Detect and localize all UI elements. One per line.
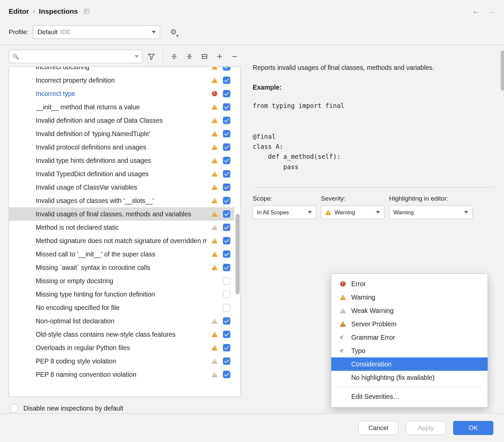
inspection-row[interactable]: Invalid type hints definitions and usage…: [9, 154, 234, 167]
inspection-row[interactable]: Invalid usage of ClassVar variables: [9, 181, 234, 194]
severity-option[interactable]: Error: [331, 277, 488, 291]
vertical-scrollbar[interactable]: [236, 67, 240, 397]
disable-new-inspections-checkbox[interactable]: [10, 404, 18, 412]
inspection-checkbox[interactable]: [223, 90, 230, 97]
warning-icon: [212, 131, 218, 136]
inspection-row[interactable]: Invalid TypedDict definition and usages: [9, 167, 234, 181]
breadcrumb-inspections[interactable]: Inspections: [39, 7, 78, 15]
warning-icon: [212, 265, 218, 270]
inspection-checkbox[interactable]: [223, 317, 230, 325]
inspection-row[interactable]: Invalid definition of 'typing.NamedTuple…: [9, 127, 234, 140]
apply-button[interactable]: Apply: [406, 421, 446, 435]
inspection-checkbox[interactable]: [223, 277, 230, 285]
example-label: Example:: [253, 82, 493, 93]
inspection-checkbox[interactable]: [223, 103, 230, 111]
severity-option[interactable]: Server Problem: [331, 317, 488, 331]
filter-button[interactable]: [146, 50, 157, 63]
inspection-row[interactable]: No encoding specified for file: [9, 301, 234, 314]
inspection-row[interactable]: __init__ method that returns a value: [9, 100, 234, 114]
dialog-footer: Cancel Apply OK: [0, 413, 504, 442]
profile-row: Profile: Default IDE ⚙: [0, 23, 504, 45]
severity-option-label: Server Problem: [351, 320, 396, 328]
right-scrollbar[interactable]: [501, 50, 504, 91]
inspection-checkbox[interactable]: [223, 371, 230, 378]
inspection-label: PEP 8 naming convention violation: [36, 371, 207, 378]
expand-all-button[interactable]: [168, 50, 180, 63]
reset-button[interactable]: [199, 50, 210, 63]
inspection-checkbox[interactable]: [223, 304, 230, 311]
profile-select[interactable]: Default IDE: [33, 25, 160, 39]
highlighting-dropdown[interactable]: Warning: [389, 206, 473, 219]
separator: [253, 187, 493, 188]
inspection-checkbox[interactable]: [223, 250, 230, 258]
severity-popup[interactable]: ErrorWarningWeak WarningServer ProblemGr…: [331, 273, 488, 408]
inspection-row[interactable]: Missing or empty docstring: [9, 274, 234, 288]
inspection-row[interactable]: Method signature does not match signatur…: [9, 234, 234, 247]
inspection-row[interactable]: Incorrect docstring: [9, 67, 234, 74]
grammar-icon: [340, 335, 346, 340]
warning-icon: [212, 78, 218, 83]
gear-icon[interactable]: ⚙: [170, 28, 177, 36]
nav-back-icon[interactable]: ←: [472, 7, 480, 17]
inspection-checkbox[interactable]: [223, 170, 230, 178]
inspection-checkbox[interactable]: [223, 77, 230, 84]
options-row: Scope: In All Scopes Severity: Warning H…: [253, 195, 493, 219]
inspection-label: Incorrect docstring: [36, 67, 207, 71]
edit-severities[interactable]: Edit Severities…: [331, 390, 488, 403]
inspection-checkbox[interactable]: [223, 344, 230, 351]
severity-option[interactable]: Consideration: [331, 357, 488, 371]
inspection-checkbox[interactable]: [223, 237, 230, 244]
inspection-row[interactable]: Incorrect type: [9, 87, 234, 100]
inspection-checkbox[interactable]: [223, 291, 230, 298]
inspection-row[interactable]: Old-style class contains new-style class…: [9, 328, 234, 341]
inspection-checkbox[interactable]: [223, 264, 230, 271]
inspection-checkbox[interactable]: [223, 130, 230, 137]
inspection-row[interactable]: Invalid usages of classes with '__slots_…: [9, 194, 234, 207]
inspection-row[interactable]: Invalid definition and usage of Data Cla…: [9, 114, 234, 127]
severity-option[interactable]: Typo: [331, 344, 488, 357]
inspection-row[interactable]: Non-optimal list declaration: [9, 314, 234, 328]
cancel-button[interactable]: Cancel: [358, 421, 398, 435]
inspection-checkbox[interactable]: [223, 357, 230, 365]
inspection-row[interactable]: Overloads in regular Python files: [9, 341, 234, 354]
add-button[interactable]: [214, 50, 226, 63]
inspection-row[interactable]: Incorrect property definition: [9, 74, 234, 87]
inspection-checkbox[interactable]: [223, 210, 230, 218]
collapse-all-button[interactable]: [183, 50, 195, 63]
inspection-label: Incorrect property definition: [36, 77, 207, 84]
inspection-list[interactable]: Incorrect docstringIncorrect property de…: [9, 67, 241, 397]
ok-button[interactable]: OK: [453, 421, 493, 435]
inspection-checkbox[interactable]: [223, 197, 230, 204]
remove-button[interactable]: [229, 50, 241, 63]
scrollbar-thumb[interactable]: [236, 214, 240, 294]
scope-dropdown[interactable]: In All Scopes: [253, 206, 316, 219]
inspection-checkbox[interactable]: [223, 67, 230, 71]
severity-option-label: Weak Warning: [351, 307, 394, 315]
inspection-checkbox[interactable]: [223, 224, 230, 231]
search-input[interactable]: [21, 53, 133, 60]
inspection-row[interactable]: Method is not declared static: [9, 221, 234, 234]
inspection-checkbox[interactable]: [223, 143, 230, 151]
severity-option[interactable]: Weak Warning: [331, 304, 488, 317]
severity-option[interactable]: Warning: [331, 291, 488, 304]
inspection-checkbox[interactable]: [223, 117, 230, 124]
inspection-checkbox[interactable]: [223, 331, 230, 338]
inspection-row[interactable]: Missing type hinting for function defini…: [9, 288, 234, 301]
inspection-row[interactable]: Missed call to '__init__' of the super c…: [9, 247, 234, 261]
severity-dropdown[interactable]: Warning: [321, 206, 384, 219]
inspection-checkbox[interactable]: [223, 157, 230, 164]
search-history-icon[interactable]: [135, 55, 139, 58]
inspection-row[interactable]: Invalid protocol definitions and usages: [9, 140, 234, 154]
severity-option[interactable]: No highlighting (fix available): [331, 371, 488, 384]
show-in-separate-window-icon[interactable]: [84, 9, 89, 14]
inspection-row[interactable]: PEP 8 coding style violation: [9, 354, 234, 368]
inspection-row[interactable]: Invalid usages of final classes, methods…: [9, 207, 234, 221]
inspection-row[interactable]: PEP 8 naming convention violation: [9, 368, 234, 381]
severity-label: Severity:: [321, 195, 384, 202]
inspection-checkbox[interactable]: [223, 184, 230, 191]
breadcrumb-editor[interactable]: Editor: [9, 7, 29, 15]
search-box[interactable]: 🔍: [9, 50, 142, 63]
severity-option[interactable]: Grammar Error: [331, 331, 488, 344]
inspection-row[interactable]: Missing `await` syntax in coroutine call…: [9, 261, 234, 274]
severity-option-label: Error: [351, 280, 366, 288]
